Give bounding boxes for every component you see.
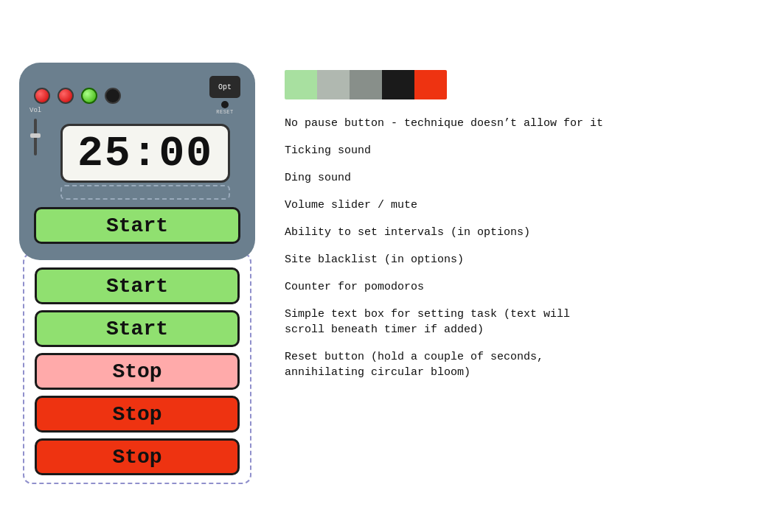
swatch-black: [382, 70, 414, 99]
feature-ticking: Ticking sound: [285, 143, 742, 158]
timer-display: 25:00: [60, 124, 230, 183]
vol-slider-track[interactable]: [34, 119, 37, 155]
main-container: Opt RESET Vol 25:00: [19, 48, 742, 484]
feature-list: No pause button - technique doesn’t allo…: [285, 116, 742, 380]
feature-textbox: Simple text box for setting task (text w…: [285, 307, 742, 337]
swatch-green: [285, 70, 317, 99]
stop-button-red-2[interactable]: Stop: [35, 438, 240, 475]
feature-reset: Reset button (hold a couple of seconds,a…: [285, 349, 742, 380]
led-4: [105, 88, 121, 104]
extra-buttons-container: Start Start Stop Stop Stop: [23, 253, 251, 484]
feature-volume: Volume slider / mute: [285, 197, 742, 213]
left-panel: Opt RESET Vol 25:00: [19, 63, 255, 484]
timer-text: 25:00: [77, 130, 213, 178]
color-palette: [285, 70, 447, 99]
device-top-row: Opt RESET: [34, 76, 240, 115]
opt-button[interactable]: Opt: [209, 76, 240, 98]
feature-counter: Counter for pomodoros: [285, 279, 742, 295]
reset-area: RESET: [216, 101, 234, 115]
swatch-red: [414, 70, 447, 99]
feature-blacklist: Site blacklist (in options): [285, 252, 742, 267]
stop-button-light[interactable]: Stop: [35, 353, 240, 390]
vol-label: Vol: [29, 107, 41, 114]
timer-display-wrap: 25:00: [50, 124, 240, 200]
swatch-gray-light: [317, 70, 350, 99]
start-button-3[interactable]: Start: [35, 310, 240, 347]
feature-ding: Ding sound: [285, 170, 742, 186]
start-button-2[interactable]: Start: [35, 267, 240, 304]
device-right-controls: Opt RESET: [209, 76, 240, 115]
vol-area: Vol: [29, 107, 41, 155]
swatch-gray-mid: [350, 70, 382, 99]
vol-slider-thumb: [30, 133, 41, 138]
led-3: [81, 88, 97, 104]
feature-no-pause: No pause button - technique doesn’t allo…: [285, 116, 742, 131]
device-body: Opt RESET Vol 25:00: [19, 63, 255, 260]
right-panel: No pause button - technique doesn’t allo…: [285, 63, 742, 380]
task-scroll-area[interactable]: [60, 185, 230, 200]
stop-button-red-1[interactable]: Stop: [35, 396, 240, 433]
start-button-device[interactable]: Start: [34, 207, 240, 244]
led-1: [34, 88, 50, 104]
reset-label: RESET: [216, 109, 234, 115]
reset-dot: [221, 101, 229, 108]
led-2: [58, 88, 74, 104]
feature-intervals: Ability to set intervals (in options): [285, 225, 742, 240]
